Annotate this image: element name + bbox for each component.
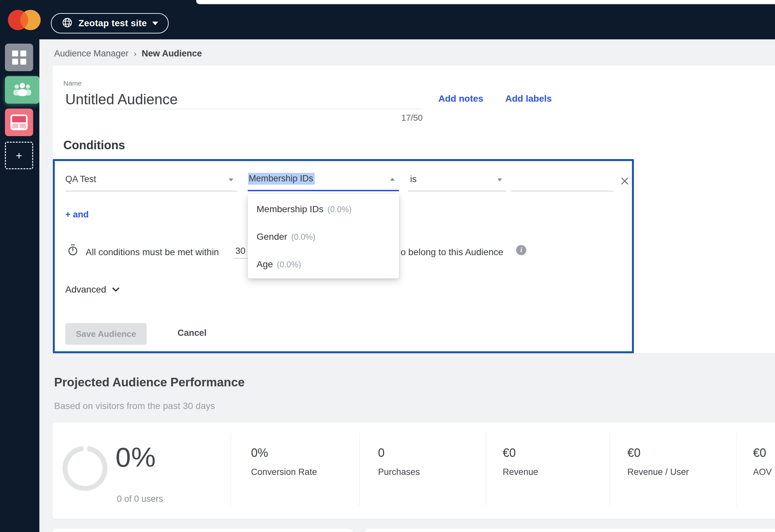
condition-operator-select[interactable]: is <box>410 174 417 184</box>
divider <box>359 433 359 506</box>
breadcrumb-current: New Audience <box>142 49 202 59</box>
divider <box>737 433 737 506</box>
audience-editor-card: Name 17/50 Add notes Add labels Conditio… <box>52 66 775 353</box>
stat-label: Purchases <box>378 467 420 477</box>
dropdown-item-share: (0.0%) <box>277 260 301 269</box>
top-edge-sliver <box>196 0 775 4</box>
condition-group-box: QA Test Membership IDs is + and <box>53 159 634 353</box>
close-icon <box>619 175 630 187</box>
dropdown-item-gender[interactable]: Gender (0.0%) <box>248 223 399 251</box>
performance-subheading: Based on visitors from the past 30 days <box>54 401 215 411</box>
audience-name-input[interactable] <box>65 90 423 109</box>
sidebar: + <box>0 39 39 532</box>
sidebar-item-dashboards[interactable] <box>5 109 33 136</box>
advanced-label: Advanced <box>65 284 106 295</box>
dropdown-item-label: Age <box>256 259 273 270</box>
stat-label: AOV <box>753 467 772 477</box>
name-field-label: Name <box>63 79 82 87</box>
save-audience-button[interactable]: Save Audience <box>65 323 147 345</box>
stat-value: 0% <box>251 446 317 460</box>
dropdown-item-label: Membership IDs <box>256 204 323 215</box>
sidebar-item-audiences[interactable] <box>5 76 40 104</box>
bottom-card <box>52 529 353 532</box>
dropdown-item-share: (0.0%) <box>327 205 352 214</box>
add-notes-link[interactable]: Add notes <box>439 93 483 104</box>
mastercard-logo-icon <box>7 9 41 32</box>
sidebar-item-dashboard[interactable] <box>5 44 33 71</box>
stat-value: €0 <box>627 446 689 460</box>
field-underline <box>65 191 237 191</box>
add-labels-link[interactable]: Add labels <box>505 93 552 104</box>
divider <box>231 433 231 506</box>
bottom-card <box>365 529 775 532</box>
match-rate-sub: 0 of 0 users <box>117 494 163 504</box>
audience-group-icon <box>13 82 32 97</box>
stat-value: €0 <box>503 446 538 460</box>
stat-aov: €0 AOV <box>753 446 772 477</box>
dropdown-item-age[interactable]: Age (0.0%) <box>248 251 399 278</box>
stat-value: 0 <box>378 446 420 460</box>
conditions-heading: Conditions <box>63 138 125 152</box>
selected-text: Membership IDs <box>248 173 315 185</box>
cancel-button[interactable]: Cancel <box>175 328 209 338</box>
attribute-dropdown-menu: Membership IDs (0.0%) Gender (0.0%) Age … <box>248 194 399 278</box>
condition-value-input[interactable] <box>511 191 613 191</box>
chevron-down-icon <box>229 178 233 181</box>
sidebar-add-app-button[interactable]: + <box>5 142 33 169</box>
field-underline <box>408 191 506 191</box>
stat-revenue-per-user: €0 Revenue / User <box>627 446 689 477</box>
stat-value: €0 <box>753 446 772 460</box>
chevron-down-icon <box>112 287 119 292</box>
stat-label: Conversion Rate <box>251 467 317 477</box>
stat-conversion-rate: 0% Conversion Rate <box>251 446 317 477</box>
stat-label: Revenue <box>503 467 538 477</box>
grid-icon <box>12 51 26 65</box>
remove-condition-button[interactable] <box>619 175 630 187</box>
advanced-toggle[interactable]: Advanced <box>65 284 119 295</box>
chevron-down-icon <box>152 22 158 25</box>
stopwatch-icon <box>67 244 79 257</box>
breadcrumb-separator-icon: › <box>134 49 136 58</box>
site-switcher[interactable]: Zeotap test site <box>51 13 169 33</box>
dropdown-item-label: Gender <box>256 232 287 242</box>
top-bar: Zeotap test site <box>0 0 775 39</box>
add-and-condition-link[interactable]: + and <box>65 210 89 220</box>
chevron-down-icon <box>498 178 502 181</box>
divider <box>610 433 610 506</box>
condition-source-select[interactable]: QA Test <box>65 174 96 184</box>
match-rate-value: 0% <box>115 441 156 473</box>
app-screen: Zeotap test site <box>0 0 775 532</box>
breadcrumb-parent[interactable]: Audience Manager <box>54 49 129 59</box>
layout-icon <box>10 114 28 130</box>
dropdown-item-share: (0.0%) <box>291 232 315 242</box>
performance-heading: Projected Audience Performance <box>54 376 245 389</box>
stat-purchases: 0 Purchases <box>378 446 420 477</box>
dropdown-item-membership-ids[interactable]: Membership IDs (0.0%) <box>248 195 399 223</box>
match-rate-donut <box>62 445 108 493</box>
timeframe-suffix: o belong to this Audience <box>401 247 503 257</box>
condition-attribute-input[interactable]: Membership IDs <box>248 174 315 184</box>
stat-label: Revenue / User <box>627 467 689 477</box>
performance-stats-card: 0% 0 of 0 users 0% Conversion Rate 0 Pur… <box>52 422 775 519</box>
breadcrumb: Audience Manager › New Audience <box>54 49 202 59</box>
divider <box>486 433 486 506</box>
focused-field-underline <box>248 190 399 191</box>
plus-icon: + <box>16 149 22 162</box>
timeframe-prefix: All conditions must be met within <box>86 247 219 257</box>
chevron-up-icon <box>390 178 395 181</box>
site-switcher-label: Zeotap test site <box>78 18 147 29</box>
info-icon[interactable]: i <box>516 245 526 255</box>
globe-icon <box>61 17 73 30</box>
stat-revenue: €0 Revenue <box>503 446 538 477</box>
name-char-count: 17/50 <box>393 113 423 123</box>
